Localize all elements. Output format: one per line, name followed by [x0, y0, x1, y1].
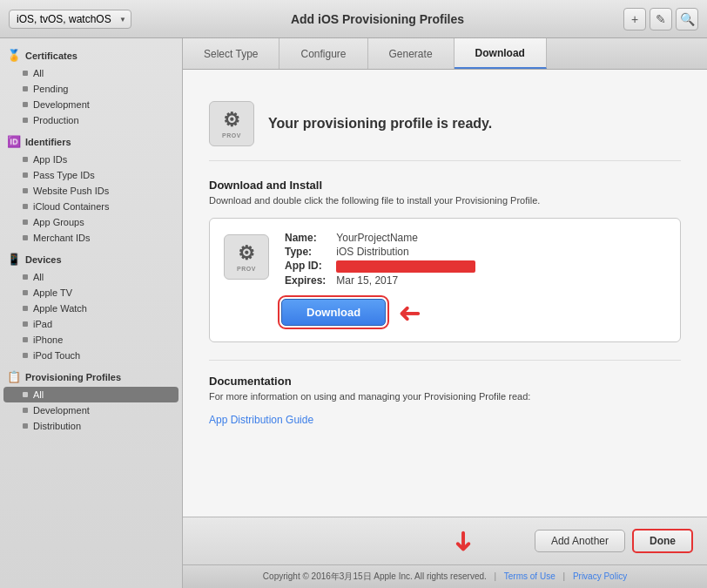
content-body: ⚙ PROV Your provisioning profile is read…	[183, 70, 707, 517]
profile-name-row: Name: YourProjectName	[281, 231, 479, 245]
documentation-title: Documentation	[209, 375, 681, 388]
profile-expires-row: Expires: Mar 15, 2017	[281, 274, 479, 287]
profile-type-row: Type: iOS Distribution	[281, 245, 479, 259]
profile-gear-icon: ⚙	[238, 242, 255, 265]
certificates-icon: 🏅	[7, 49, 21, 62]
sidebar: 🏅 Certificates All Pending Development P…	[0, 38, 183, 588]
sidebar-item-certs-production[interactable]: Production	[0, 112, 182, 128]
expires-value: Mar 15, 2017	[333, 274, 479, 287]
app-id-bar	[336, 260, 475, 273]
certificates-header: 🏅 Certificates	[0, 45, 182, 65]
appid-label: App ID:	[281, 259, 333, 274]
tab-download[interactable]: Download	[454, 38, 547, 69]
edit-button[interactable]: ✎	[650, 8, 672, 30]
sidebar-item-devices-all[interactable]: All	[0, 269, 182, 285]
done-arrow-icon: ➜	[447, 530, 480, 553]
download-install-section: Download and Install Download and double…	[209, 179, 681, 206]
identifiers-icon: 🆔	[7, 135, 21, 148]
name-label: Name:	[281, 231, 333, 245]
main-layout: 🏅 Certificates All Pending Development P…	[0, 38, 707, 588]
provisioning-header: 📋 Provisioning Profiles	[0, 367, 182, 387]
sidebar-item-merchant-ids[interactable]: Merchant IDs	[0, 230, 182, 246]
sidebar-item-apple-tv[interactable]: Apple TV	[0, 285, 182, 301]
sidebar-item-certs-all[interactable]: All	[0, 65, 182, 81]
sidebar-item-ipad[interactable]: iPad	[0, 316, 182, 332]
bottom-bar-wrapper: ➜ Add Another Done	[183, 517, 707, 564]
profile-card-wrapper: ⚙ PROV Name: YourProjectName Type: iOS D…	[209, 218, 681, 342]
provisioning-icon: 📋	[7, 370, 21, 383]
window-title: Add iOS Provisioning Profiles	[131, 12, 623, 26]
profile-info: Name: YourProjectName Type: iOS Distribu…	[281, 231, 666, 329]
sidebar-section-provisioning: 📋 Provisioning Profiles All Development …	[0, 367, 182, 434]
expires-label: Expires:	[281, 274, 333, 287]
privacy-link[interactable]: Privacy Policy	[573, 571, 627, 581]
sidebar-item-provisioning-development[interactable]: Development	[0, 402, 182, 418]
footer: Copyright © 2016年3月15日 Apple Inc. All ri…	[183, 564, 707, 588]
sidebar-item-website-push-ids[interactable]: Website Push IDs	[0, 183, 182, 199]
download-arrow-icon: ➜	[398, 296, 421, 329]
documentation-section: Documentation For more information on us…	[209, 360, 681, 426]
sidebar-item-iphone[interactable]: iPhone	[0, 332, 182, 348]
tab-generate[interactable]: Generate	[368, 38, 454, 69]
top-bar: iOS, tvOS, watchOS Add iOS Provisioning …	[0, 0, 707, 38]
download-install-desc: Download and double click the following …	[209, 195, 681, 206]
platform-select-wrapper[interactable]: iOS, tvOS, watchOS	[9, 10, 131, 29]
documentation-desc: For more information on using and managi…	[209, 391, 681, 402]
tab-configure[interactable]: Configure	[279, 38, 367, 69]
top-bar-actions: + ✎ 🔍	[623, 8, 698, 30]
profile-file-icon: ⚙ PROV	[224, 234, 269, 280]
terms-link[interactable]: Terms of Use	[504, 571, 556, 581]
search-button[interactable]: 🔍	[676, 8, 698, 30]
sidebar-item-pass-type-ids[interactable]: Pass Type IDs	[0, 167, 182, 183]
sidebar-section-certificates: 🏅 Certificates All Pending Development P…	[0, 45, 182, 128]
sidebar-item-app-ids[interactable]: App IDs	[0, 152, 182, 167]
wizard-tabs: Select Type Configure Generate Download	[183, 38, 707, 70]
ready-section: ⚙ PROV Your provisioning profile is read…	[209, 87, 681, 161]
devices-icon: 📱	[7, 253, 21, 266]
sidebar-item-ipod-touch[interactable]: iPod Touch	[0, 348, 182, 363]
sidebar-item-certs-pending[interactable]: Pending	[0, 81, 182, 97]
ready-title: Your provisioning profile is ready.	[268, 116, 492, 132]
sidebar-item-apple-watch[interactable]: Apple Watch	[0, 301, 182, 316]
copyright-text: Copyright © 2016年3月15日 Apple Inc. All ri…	[263, 571, 487, 581]
type-label: Type:	[281, 245, 333, 259]
profile-appid-row: App ID:	[281, 259, 479, 274]
prov-file-icon: ⚙ PROV	[209, 101, 254, 146]
tab-select-type[interactable]: Select Type	[183, 38, 279, 69]
add-another-button[interactable]: Add Another	[535, 530, 625, 552]
download-btn-area: Download ➜	[281, 296, 666, 329]
app-distribution-guide-link[interactable]: App Distribution Guide	[209, 414, 313, 426]
sidebar-item-certs-development[interactable]: Development	[0, 97, 182, 112]
name-value: YourProjectName	[333, 231, 479, 245]
top-bar-left: iOS, tvOS, watchOS	[9, 10, 131, 29]
devices-header: 📱 Devices	[0, 249, 182, 269]
gear-icon: ⚙	[223, 109, 240, 132]
profile-table: Name: YourProjectName Type: iOS Distribu…	[281, 231, 479, 287]
sidebar-section-identifiers: 🆔 Identifiers App IDs Pass Type IDs Webs…	[0, 132, 182, 246]
platform-select[interactable]: iOS, tvOS, watchOS	[9, 10, 131, 29]
add-button[interactable]: +	[623, 8, 646, 30]
content-area: Select Type Configure Generate Download …	[183, 38, 707, 588]
bottom-bar: ➜ Add Another Done	[183, 517, 707, 564]
sidebar-section-devices: 📱 Devices All Apple TV Apple Watch iPad …	[0, 249, 182, 363]
appid-value	[333, 259, 479, 274]
sidebar-item-provisioning-all[interactable]: All	[3, 387, 178, 402]
download-install-title: Download and Install	[209, 179, 681, 192]
sidebar-item-icloud-containers[interactable]: iCloud Containers	[0, 199, 182, 214]
profile-card: ⚙ PROV Name: YourProjectName Type: iOS D…	[209, 218, 681, 342]
done-button[interactable]: Done	[632, 529, 693, 553]
identifiers-header: 🆔 Identifiers	[0, 132, 182, 152]
type-value: iOS Distribution	[333, 245, 479, 259]
sidebar-item-provisioning-distribution[interactable]: Distribution	[0, 418, 182, 434]
download-button[interactable]: Download	[281, 299, 386, 326]
sidebar-item-app-groups[interactable]: App Groups	[0, 214, 182, 230]
